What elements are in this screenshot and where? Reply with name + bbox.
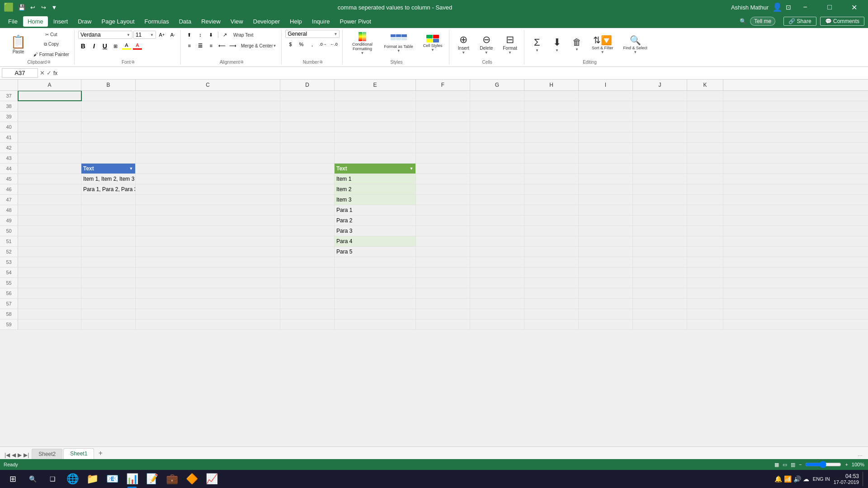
cell-B56[interactable] (81, 288, 136, 298)
number-format-dropdown[interactable]: General ▼ (285, 30, 340, 38)
cell-G41[interactable] (470, 132, 524, 142)
cell-F54[interactable] (416, 267, 470, 277)
cell-J52[interactable] (633, 247, 687, 257)
cell-A39[interactable] (18, 112, 81, 122)
row-num-47[interactable]: 47 (0, 195, 18, 205)
cell-H52[interactable] (524, 247, 579, 257)
font-size-dropdown[interactable]: 11 ▼ (133, 31, 156, 39)
menu-help[interactable]: Help (285, 16, 307, 27)
cell-J51[interactable] (633, 236, 687, 246)
italic-button[interactable]: I (89, 41, 99, 51)
cell-K52[interactable] (687, 247, 723, 257)
cell-A54[interactable] (18, 267, 81, 277)
cell-B54[interactable] (81, 267, 136, 277)
cell-A58[interactable] (18, 309, 81, 319)
cell-E48[interactable]: Para 1 (335, 205, 416, 215)
cell-A48[interactable] (18, 205, 81, 215)
cell-F46[interactable] (416, 184, 470, 194)
clear-button[interactable]: 🗑 ▼ (568, 31, 586, 58)
cell-B41[interactable] (81, 132, 136, 142)
cell-D48[interactable] (280, 205, 335, 215)
column-header-k[interactable]: K (687, 80, 723, 90)
cell-K57[interactable] (687, 299, 723, 309)
cell-I57[interactable] (579, 299, 633, 309)
cell-B50[interactable] (81, 226, 136, 236)
cell-G45[interactable] (470, 174, 524, 184)
save-button[interactable]: 💾 (17, 3, 26, 12)
indent-decrease-button[interactable]: ⟵ (217, 41, 227, 51)
row-num-43[interactable]: 43 (0, 153, 18, 163)
cell-E47[interactable]: Item 3 (335, 195, 416, 205)
cell-B43[interactable] (81, 153, 136, 163)
row-num-50[interactable]: 50 (0, 226, 18, 236)
sort-filter-button[interactable]: ⇅🔽 Sort & Filter ▼ (588, 31, 618, 58)
cell-I50[interactable] (579, 226, 633, 236)
row-num-48[interactable]: 48 (0, 205, 18, 215)
cell-J59[interactable] (633, 319, 687, 329)
cell-B57[interactable] (81, 299, 136, 309)
cell-E49[interactable]: Para 2 (335, 216, 416, 225)
cell-G44[interactable] (470, 164, 524, 174)
cell-E54[interactable] (335, 267, 416, 277)
cell-F44[interactable] (416, 164, 470, 174)
cell-B53[interactable] (81, 257, 136, 267)
cell-D57[interactable] (280, 299, 335, 309)
menu-inquire[interactable]: Inquire (307, 16, 335, 27)
sheet-nav-first[interactable]: |◀ (4, 451, 11, 459)
cell-B37[interactable] (81, 91, 136, 101)
cell-K43[interactable] (687, 153, 723, 163)
cell-F58[interactable] (416, 309, 470, 319)
cell-F49[interactable] (416, 216, 470, 225)
cell-H50[interactable] (524, 226, 579, 236)
menu-power-pivot[interactable]: Power Pivot (335, 16, 376, 27)
bold-button[interactable]: B (78, 41, 88, 51)
maximize-button[interactable]: □ (819, 0, 840, 14)
cell-E53[interactable] (335, 257, 416, 267)
cell-B40[interactable] (81, 122, 136, 132)
sheet-nav-prev[interactable]: ◀ (11, 451, 17, 459)
cell-G52[interactable] (470, 247, 524, 257)
cell-D40[interactable] (280, 122, 335, 132)
fill-button[interactable]: ⬇ ▼ (548, 31, 566, 58)
cell-B55[interactable] (81, 278, 136, 288)
autosum-button[interactable]: Σ ▼ (528, 31, 546, 58)
tell-me-input[interactable]: Tell me (750, 17, 775, 26)
ribbon-display-button[interactable]: ⊡ (786, 4, 791, 11)
cell-D42[interactable] (280, 143, 335, 153)
cell-F48[interactable] (416, 205, 470, 215)
comma-button[interactable]: , (307, 39, 317, 49)
cell-A55[interactable] (18, 278, 81, 288)
column-header-d[interactable]: D (280, 80, 335, 90)
cell-A50[interactable] (18, 226, 81, 236)
cell-D54[interactable] (280, 267, 335, 277)
cell-I45[interactable] (579, 174, 633, 184)
cell-D37[interactable] (280, 91, 335, 101)
cell-F55[interactable] (416, 278, 470, 288)
cell-D56[interactable] (280, 288, 335, 298)
borders-button[interactable]: ⊞ (111, 41, 121, 51)
cell-E58[interactable] (335, 309, 416, 319)
cell-K58[interactable] (687, 309, 723, 319)
row-num-54[interactable]: 54 (0, 267, 18, 277)
cell-E52[interactable]: Para 5 (335, 247, 416, 257)
cell-D49[interactable] (280, 216, 335, 225)
cell-D52[interactable] (280, 247, 335, 257)
cell-K56[interactable] (687, 288, 723, 298)
cell-I40[interactable] (579, 122, 633, 132)
cell-J43[interactable] (633, 153, 687, 163)
alignment-expand-icon[interactable]: ⧉ (241, 60, 243, 65)
cell-C59[interactable] (136, 319, 280, 329)
zoom-slider[interactable] (805, 461, 841, 468)
cell-A37[interactable] (18, 91, 81, 101)
cell-F41[interactable] (416, 132, 470, 142)
cell-K51[interactable] (687, 236, 723, 246)
row-num-55[interactable]: 55 (0, 278, 18, 288)
cell-styles-button[interactable]: Cell Styles ▼ (419, 30, 447, 57)
cell-E42[interactable] (335, 143, 416, 153)
cell-G50[interactable] (470, 226, 524, 236)
cell-B38[interactable] (81, 101, 136, 111)
close-button[interactable]: ✕ (844, 0, 864, 14)
cell-F40[interactable] (416, 122, 470, 132)
column-header-i[interactable]: I (579, 80, 633, 90)
menu-view[interactable]: View (226, 16, 248, 27)
